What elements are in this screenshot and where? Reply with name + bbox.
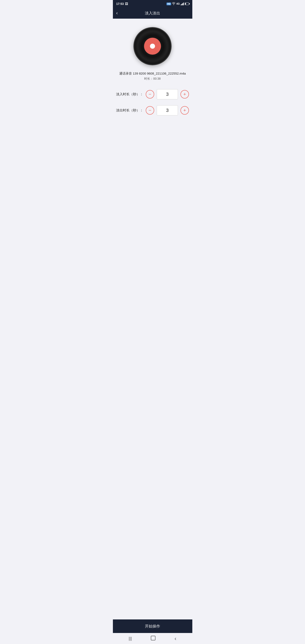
vinyl-disc bbox=[134, 27, 172, 65]
hd-badge: HD bbox=[166, 2, 171, 5]
home-icon bbox=[151, 636, 156, 640]
minus-icon: − bbox=[149, 92, 152, 97]
fade-out-increase-button[interactable]: + bbox=[180, 106, 189, 114]
back-button[interactable]: ‹ bbox=[114, 9, 120, 18]
page-title: 淡入淡出 bbox=[145, 10, 160, 16]
file-name: 通话录音 139 8200 9608_221106_222552.m4a bbox=[119, 71, 186, 76]
signal-icon bbox=[181, 2, 184, 5]
vinyl-hole bbox=[151, 44, 154, 48]
back-nav-button[interactable]: ‹ bbox=[173, 634, 178, 644]
fade-out-label: 淡出时长（秒）： bbox=[116, 108, 143, 113]
plus-icon: + bbox=[184, 92, 186, 97]
fade-out-decrease-button[interactable]: − bbox=[146, 106, 154, 114]
nav-bar: ‹ 淡入淡出 bbox=[113, 8, 192, 19]
fade-out-row: 淡出时长（秒）： − + bbox=[117, 105, 188, 116]
fade-in-input[interactable] bbox=[157, 89, 178, 99]
system-nav: ||| ‹ bbox=[113, 633, 192, 644]
battery-icon bbox=[185, 2, 189, 5]
photo-icon: 🖼 bbox=[125, 2, 128, 6]
fade-in-increase-button[interactable]: + bbox=[180, 90, 189, 98]
main-content: 通话录音 139 8200 9608_221106_222552.m4a 时长：… bbox=[113, 19, 192, 620]
home-nav-button[interactable] bbox=[149, 634, 157, 643]
action-label: 开始操作 bbox=[145, 624, 160, 629]
action-button[interactable]: 开始操作 bbox=[113, 620, 192, 633]
network-label: 4G bbox=[176, 2, 180, 5]
status-time: 17:53 bbox=[116, 2, 124, 6]
plus-icon: + bbox=[184, 108, 186, 113]
vinyl-record bbox=[134, 27, 172, 65]
wifi-icon bbox=[172, 2, 176, 6]
status-bar: 17:53 🖼 HD 4G bbox=[113, 0, 192, 8]
fade-in-label: 淡入时长（秒）： bbox=[116, 92, 143, 96]
vinyl-label bbox=[144, 38, 161, 55]
minus-icon: − bbox=[149, 108, 152, 113]
fade-in-decrease-button[interactable]: − bbox=[146, 90, 154, 98]
file-duration: 时长：00:38 bbox=[144, 77, 160, 81]
fade-out-input[interactable] bbox=[157, 105, 178, 116]
menu-nav-button[interactable]: ||| bbox=[127, 634, 134, 643]
fade-in-row: 淡入时长（秒）： − + bbox=[117, 89, 188, 99]
